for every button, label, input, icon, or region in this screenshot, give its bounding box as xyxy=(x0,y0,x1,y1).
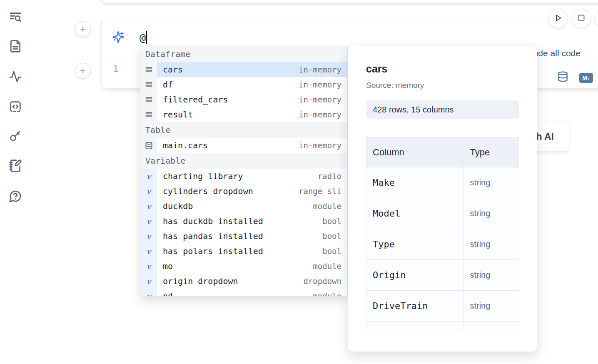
schema-table: ColumnType MakestringModelstringTypestri… xyxy=(366,137,519,330)
autocomplete-item-name: origin_dropdown xyxy=(163,276,303,286)
dataframe-preview-panel: cars Source: memory 428 rows, 15 columns… xyxy=(348,46,537,352)
autocomplete-item-cylinders_dropdown[interactable]: vcylinders_dropdownrange_sli xyxy=(140,184,347,199)
datasource-icon[interactable] xyxy=(557,70,569,83)
stop-button[interactable] xyxy=(572,9,591,27)
schema-table-row: Typestring xyxy=(366,229,519,260)
autocomplete-section-header: Table xyxy=(140,122,347,138)
autocomplete-item-type: in-memory xyxy=(299,95,341,104)
autocomplete-item-result[interactable]: resultin-memory xyxy=(140,107,347,122)
autocomplete-item-type: in-memory xyxy=(299,65,341,74)
sidebar-activity-icon[interactable] xyxy=(8,70,22,84)
sidebar-help-chat-icon[interactable] xyxy=(8,189,22,203)
autocomplete-item-type: in-memory xyxy=(299,110,341,119)
autocomplete-item-charting_library[interactable]: vcharting_libraryradio xyxy=(140,169,347,184)
autocomplete-section-header: Variable xyxy=(140,153,347,169)
ai-prompt-input[interactable]: @ xyxy=(140,30,147,45)
autocomplete-section-header: Dataframe xyxy=(140,46,347,62)
schema-table-row: Makestring xyxy=(366,167,519,198)
preview-source: Source: memory xyxy=(366,81,537,90)
schema-table-row: Modelstring xyxy=(366,198,519,229)
schema-column-type: string xyxy=(463,167,519,198)
autocomplete-item-mo[interactable]: vmomodule xyxy=(140,259,347,274)
autocomplete-item-type: range_sli xyxy=(299,187,341,196)
schema-column-type xyxy=(463,322,519,331)
autocomplete-item-name: has_polars_installed xyxy=(163,246,322,256)
autocomplete-item-pd[interactable]: vpdmodule xyxy=(140,289,347,297)
ai-prompt-text: @ xyxy=(140,32,146,44)
autocomplete-item-type: in-memory xyxy=(299,141,341,150)
schema-table-header: Type xyxy=(463,137,519,167)
shape-badge: 428 rows, 15 columns xyxy=(366,100,519,119)
autocomplete-item-has_pandas_installed[interactable]: vhas_pandas_installedbool xyxy=(140,229,347,244)
run-cell-button[interactable] xyxy=(549,9,567,27)
schema-column-name: Make xyxy=(366,167,463,198)
variable-icon: v xyxy=(140,274,157,289)
autocomplete-item-type: in-memory xyxy=(299,80,341,89)
text-caret xyxy=(146,31,147,44)
schema-column-type: string xyxy=(463,229,519,260)
variable-icon: v xyxy=(140,229,157,244)
sidebar-file-search-icon[interactable] xyxy=(8,10,22,24)
autocomplete-item-name: duckdb xyxy=(163,201,313,211)
schema-column-type: string xyxy=(463,198,519,229)
autocomplete-item-name: cylinders_dropdown xyxy=(163,186,299,196)
autocomplete-item-name: result xyxy=(163,110,299,120)
sidebar xyxy=(0,0,30,364)
schema-table-header: Column xyxy=(366,137,463,167)
preview-title: cars xyxy=(366,63,537,75)
line-number: 1 xyxy=(113,64,118,74)
autocomplete-item-type: radio xyxy=(318,172,341,181)
sidebar-document-icon[interactable] xyxy=(8,39,22,53)
autocomplete-item-name: has_duckdb_installed xyxy=(163,216,322,226)
add-cell-button-bottom[interactable]: + xyxy=(75,63,91,79)
autocomplete-item-filtered_cars[interactable]: filtered_carsin-memory xyxy=(140,92,347,107)
autocomplete-item-cars[interactable]: carsin-memory xyxy=(140,62,347,77)
add-cell-button-top[interactable]: + xyxy=(75,21,91,37)
previous-cell-remnant xyxy=(101,0,598,3)
autocomplete-item-name: df xyxy=(163,80,299,90)
autocomplete-item-name: mo xyxy=(163,261,313,271)
autocomplete-dropdown: Dataframecarsin-memorydfin-memoryfiltere… xyxy=(140,46,348,297)
schema-table-wrap: ColumnType MakestringModelstringTypestri… xyxy=(366,137,520,330)
sidebar-code-snippet-icon[interactable] xyxy=(8,100,22,114)
variable-icon: v xyxy=(140,184,157,199)
schema-column-name xyxy=(366,322,463,331)
autocomplete-item-name: charting_library xyxy=(163,171,318,181)
autocomplete-item-has_polars_installed[interactable]: vhas_polars_installedbool xyxy=(140,244,347,259)
autocomplete-item-type: bool xyxy=(322,232,341,241)
sidebar-key-icon[interactable] xyxy=(8,129,22,143)
autocomplete-item-name: cars xyxy=(163,65,299,75)
schema-column-name: DriveTrain xyxy=(366,291,463,322)
autocomplete-item-type: dropdown xyxy=(303,277,341,286)
variable-icon: v xyxy=(140,199,157,214)
play-icon xyxy=(553,13,563,24)
autocomplete-item-type: bool xyxy=(322,247,341,256)
dataframe-icon xyxy=(140,107,157,122)
autocomplete-item-type: module xyxy=(313,262,341,271)
schema-table-row: DriveTrainstring xyxy=(366,291,519,322)
database-icon xyxy=(140,138,157,153)
autocomplete-item-origin_dropdown[interactable]: vorigin_dropdowndropdown xyxy=(140,274,347,289)
autocomplete-item-duckdb[interactable]: vduckdbmodule xyxy=(140,199,347,214)
autocomplete-item-name: filtered_cars xyxy=(163,95,299,105)
markdown-icon[interactable]: M↓ xyxy=(579,73,593,83)
schema-column-name: Model xyxy=(366,198,463,229)
schema-table-row: Originstring xyxy=(366,260,519,291)
autocomplete-item-main.cars[interactable]: main.carsin-memory xyxy=(140,138,347,153)
schema-table-row xyxy=(366,322,519,331)
schema-column-type: string xyxy=(463,260,519,291)
autocomplete-item-df[interactable]: dfin-memory xyxy=(140,77,347,92)
schema-column-name: Origin xyxy=(366,260,463,291)
schema-column-name: Type xyxy=(366,229,463,260)
stop-icon xyxy=(576,13,586,24)
marimo-notebook: + + @ Include all code 1 xyxy=(0,0,598,364)
autocomplete-item-has_duckdb_installed[interactable]: vhas_duckdb_installedbool xyxy=(140,214,347,229)
variable-icon: v xyxy=(140,169,157,184)
sidebar-notebook-pen-icon[interactable] xyxy=(8,159,22,173)
variable-icon: v xyxy=(140,214,157,229)
autocomplete-item-type: bool xyxy=(322,217,341,226)
variable-icon: v xyxy=(140,244,157,259)
dataframe-icon xyxy=(140,62,157,77)
autocomplete-item-name: has_pandas_installed xyxy=(163,231,322,241)
dataframe-icon xyxy=(140,92,157,107)
